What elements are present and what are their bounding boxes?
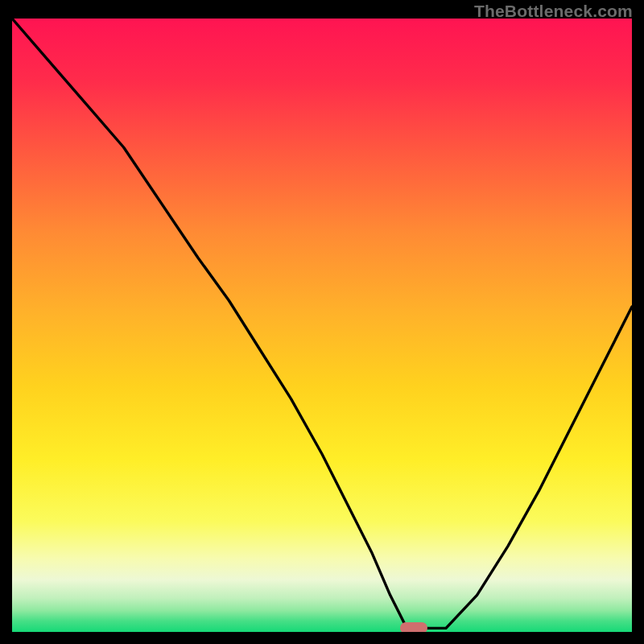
plot-area	[12, 19, 632, 632]
watermark-text: TheBottleneck.com	[474, 2, 633, 21]
chart-frame: TheBottleneck.com	[0, 0, 644, 644]
optimal-point-marker	[400, 622, 427, 632]
bottleneck-curve	[12, 19, 632, 632]
